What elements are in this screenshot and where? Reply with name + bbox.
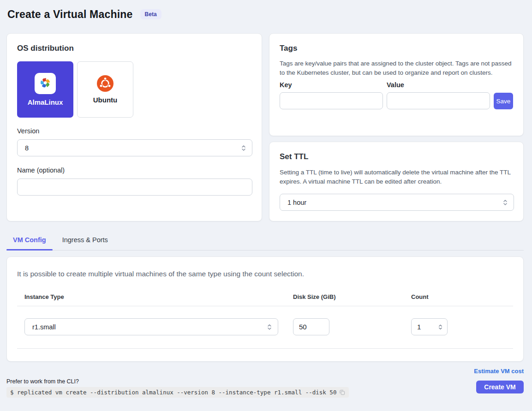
cli-block: Prefer to work from the CLI? $ replicate… xyxy=(6,378,349,398)
name-label: Name (optional) xyxy=(17,167,251,174)
table-row: r1.small xyxy=(24,318,513,335)
os-tile-almalinux-label: AlmaLinux xyxy=(28,98,63,106)
footer: Estimate VM cost Create VM Prefer to wor… xyxy=(6,362,524,409)
col-count: Count xyxy=(411,293,506,300)
vm-table-header: Instance Type Disk Size (GiB) Count xyxy=(24,293,513,300)
os-card-title: OS distribution xyxy=(17,44,251,53)
col-disk-size: Disk Size (GiB) xyxy=(293,293,411,300)
count-input[interactable] xyxy=(411,318,448,335)
ttl-select[interactable]: 1 hour xyxy=(280,194,514,211)
save-button[interactable]: Save xyxy=(494,93,513,109)
tags-card-description: Tags are key/value pairs that are assign… xyxy=(280,59,513,77)
chevron-updown-icon xyxy=(241,144,246,152)
instance-type-value: r1.small xyxy=(32,323,56,331)
tags-card: Tags Tags are key/value pairs that are a… xyxy=(269,33,524,136)
copy-icon[interactable] xyxy=(339,389,345,395)
chevron-updown-icon xyxy=(267,323,272,331)
row-divider xyxy=(17,348,513,349)
page-header: Create a Virtual Machine Beta xyxy=(6,6,524,22)
count-stepper[interactable] xyxy=(411,318,448,335)
almalinux-logo-icon xyxy=(35,73,56,94)
tab-vm-config[interactable]: VM Config xyxy=(6,235,53,250)
top-grid: OS distribution xyxy=(6,33,524,221)
os-tile-almalinux[interactable]: AlmaLinux xyxy=(17,61,73,118)
chevron-updown-icon xyxy=(502,198,508,207)
os-tile-ubuntu-label: Ubuntu xyxy=(93,96,117,104)
ttl-card: Set TTL Setting a TTL (time to live) wil… xyxy=(269,142,524,221)
page-title: Create a Virtual Machine xyxy=(7,8,133,21)
vm-config-intro: It is possible to create multiple virtua… xyxy=(17,270,513,278)
version-label: Version xyxy=(17,127,251,135)
tags-value-col: Value xyxy=(387,81,490,109)
vm-config-card: It is possible to create multiple virtua… xyxy=(6,256,524,362)
col-instance-type: Instance Type xyxy=(24,293,293,300)
cli-command-text: $ replicated vm create --distribution al… xyxy=(10,389,336,396)
table-divider xyxy=(17,306,513,306)
estimate-vm-cost-link[interactable]: Estimate VM cost xyxy=(474,368,524,375)
ttl-card-title: Set TTL xyxy=(280,152,513,161)
cli-prompt: Prefer to work from the CLI? xyxy=(6,378,349,385)
tab-ingress-ports[interactable]: Ingress & Ports xyxy=(56,235,114,250)
value-input[interactable] xyxy=(387,92,490,109)
tags-card-title: Tags xyxy=(280,44,513,53)
key-label: Key xyxy=(280,81,383,89)
ubuntu-logo-icon xyxy=(97,75,114,92)
tags-kv-row: Key Value Save xyxy=(280,81,513,109)
ttl-select-value: 1 hour xyxy=(287,199,306,206)
os-tile-ubuntu[interactable]: Ubuntu xyxy=(77,61,133,118)
create-vm-page: Create a Virtual Machine Beta OS distrib… xyxy=(0,0,532,409)
beta-badge: Beta xyxy=(140,9,161,19)
tab-bar: VM Config Ingress & Ports xyxy=(6,235,524,250)
ttl-card-description: Setting a TTL (time to live) will automa… xyxy=(280,168,513,186)
version-select-value: 8 xyxy=(25,144,29,152)
create-vm-button[interactable]: Create VM xyxy=(476,381,524,393)
version-select[interactable]: 8 xyxy=(17,139,252,156)
disk-size-input[interactable] xyxy=(293,318,329,335)
value-label: Value xyxy=(387,81,490,89)
cli-command: $ replicated vm create --distribution al… xyxy=(6,387,349,398)
right-column: Tags Tags are key/value pairs that are a… xyxy=(269,33,524,221)
instance-type-select[interactable]: r1.small xyxy=(24,318,278,335)
os-tiles: AlmaLinux Ub xyxy=(17,61,251,118)
tags-key-col: Key xyxy=(280,81,383,109)
name-input[interactable] xyxy=(17,179,252,196)
os-distribution-card: OS distribution xyxy=(6,33,262,221)
key-input[interactable] xyxy=(280,92,383,109)
